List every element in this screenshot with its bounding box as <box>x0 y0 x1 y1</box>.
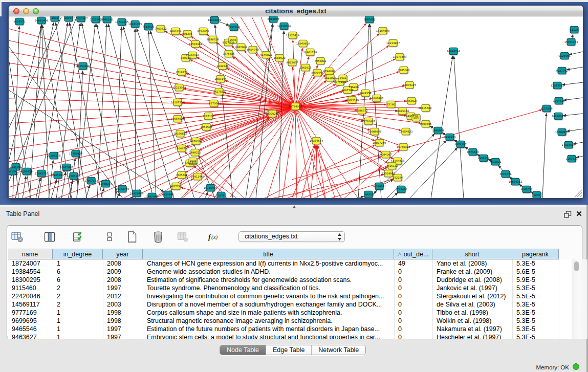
graph-edge <box>562 82 583 85</box>
tab-node-table[interactable]: Node Table <box>220 345 266 355</box>
table-row[interactable]: 1872400712008Changes of HCN gene express… <box>8 259 574 268</box>
graph-node-label: 891295 <box>182 32 192 35</box>
graph-node-label: 19654925 <box>171 117 184 120</box>
graph-node-label: 10807487 <box>370 97 383 100</box>
graph-node-label: 1145194 <box>52 173 64 177</box>
graph-node-label: 6794028 <box>323 70 335 73</box>
graph-edge <box>567 67 583 70</box>
column-header-short[interactable]: short <box>432 249 512 259</box>
graph-edge <box>293 40 295 106</box>
cell-year: 1998 <box>103 309 143 317</box>
cell-pagerank: 5.3E-5 <box>512 300 559 309</box>
column-header-pagerank[interactable]: pagerank <box>512 249 559 259</box>
graph-node-label: 9474444 <box>467 150 479 154</box>
tab-network-table[interactable]: Network Table <box>312 345 365 355</box>
cell-name: 9465546 <box>8 325 53 333</box>
cell-short: Tibbo et al. (1998) <box>432 309 512 317</box>
network-view-window[interactable]: citations_edges.txt 94055712069140619931… <box>8 5 583 199</box>
graph-node-label: 15692971 <box>555 130 569 134</box>
vertical-scrollbar[interactable] <box>572 259 587 339</box>
graph-node-label: 1167533 <box>565 157 577 160</box>
vertical-scrollbar-thumb[interactable] <box>574 261 579 271</box>
table-panel: ▲ Table Panel ✕ f(x) citations_edges.txt… <box>0 205 588 372</box>
graph-edge <box>409 148 458 198</box>
table-body: 1872400712008Changes of HCN gene express… <box>8 259 574 339</box>
graph-node-label: 1362615 <box>299 66 311 69</box>
table-row[interactable]: 969969511998Structural magnetic resonanc… <box>8 317 574 325</box>
graph-node-label: 9084067 <box>380 153 391 156</box>
graph-node-label: 10653267 <box>74 17 88 20</box>
graph-node-label: 8460160 <box>101 18 113 21</box>
collapse-handle-icon[interactable]: ▲ <box>291 205 297 208</box>
tab-edge-table[interactable]: Edge Table <box>266 345 312 355</box>
graph-edge <box>563 114 583 116</box>
cell-in_degree: 6 <box>53 268 103 276</box>
cell-in_degree: 2 <box>53 300 103 309</box>
show-columns-icon[interactable] <box>43 230 56 244</box>
graph-node-label: 12213369 <box>172 86 186 89</box>
table-row[interactable]: 946554611997Estimation of the future num… <box>8 325 574 333</box>
network-window-title: citations_edges.txt <box>9 7 583 15</box>
graph-node-label: 10719155 <box>115 20 128 24</box>
column-header-title[interactable]: title <box>143 249 394 259</box>
graph-edge <box>9 90 164 192</box>
cell-pagerank: 5.6E-5 <box>512 268 559 276</box>
cell-title: Changes of HCN gene expression and I(f) … <box>143 259 394 268</box>
graph-edge <box>231 17 295 106</box>
graph-node-label: 6379197 <box>454 143 466 146</box>
row-height-icon[interactable] <box>103 230 116 244</box>
network-window-titlebar[interactable]: citations_edges.txt <box>9 6 583 16</box>
table-row[interactable]: 1938455462009Genome-wide association stu… <box>8 268 574 276</box>
graph-node-label: 10688609 <box>368 130 381 133</box>
graph-node-label: 18807249 <box>373 141 386 144</box>
graph-edge <box>454 56 464 198</box>
column-header-name[interactable]: name <box>8 249 53 259</box>
graph-edge <box>180 106 295 184</box>
new-column-icon[interactable] <box>125 230 139 244</box>
table-row[interactable]: 911546021997Tourette syndrome. Phenomeno… <box>8 284 574 292</box>
graph-edge <box>295 48 302 106</box>
delete-column-icon[interactable] <box>151 230 165 244</box>
cell-name: 22420046 <box>8 292 53 300</box>
graph-node-label: 6497568 <box>341 89 353 92</box>
cell-title: Structural magnetic resonance image aver… <box>143 317 394 325</box>
table-select[interactable]: citations_edges.txt <box>238 231 345 242</box>
graph-node-label: 9245052 <box>520 188 532 191</box>
table-row[interactable]: 1830029562008Estimation of significance … <box>8 276 574 284</box>
select-mode-icon[interactable] <box>72 230 85 244</box>
graph-node-label: 7986372 <box>356 109 367 112</box>
graph-node-label: 16543362 <box>189 42 202 46</box>
graph-node-label: 15716485 <box>204 186 217 189</box>
table-row[interactable]: 1456911722003Disruption of a novel membe… <box>8 300 574 309</box>
sort-ascending-icon <box>398 252 402 256</box>
table-row[interactable]: 946362711997Embryonic stem cells: a mode… <box>8 333 574 339</box>
graph-node-label: 1588520 <box>273 56 285 59</box>
graph-node-label: 93154 <box>9 170 17 173</box>
graph-node-label: 16154808 <box>376 29 389 32</box>
graph-node-label: 7632621 <box>489 160 501 163</box>
memory-status-label: Memory: OK <box>536 364 569 370</box>
graph-node-label: 8226058 <box>197 30 209 33</box>
table-settings-icon[interactable] <box>11 230 24 244</box>
cell-in_degree: 1 <box>53 333 103 339</box>
function-builder-icon[interactable]: f(x) <box>208 230 221 244</box>
cell-short: Yano et al. (2008) <box>432 259 512 268</box>
graph-node-label: 19654923 <box>399 130 412 133</box>
graph-node-label: 16120746 <box>391 160 404 163</box>
svg-text:(x): (x) <box>211 234 218 240</box>
resize-grip-icon[interactable] <box>574 189 582 198</box>
table-row[interactable]: 2242004622012Investigating the contribut… <box>8 292 574 300</box>
column-header-out_de[interactable]: out_de... <box>394 249 432 259</box>
close-icon[interactable]: ✕ <box>575 210 583 218</box>
network-canvas[interactable]: 9405571206914061993199371065326715276028… <box>9 16 583 198</box>
graph-node-label: 7515526 <box>142 25 154 28</box>
float-window-icon[interactable] <box>564 211 572 218</box>
cell-in_degree: 2 <box>53 284 103 292</box>
cell-year: 2008 <box>103 259 143 268</box>
column-header-year[interactable]: year <box>103 249 143 259</box>
graph-node-label: 9227342 <box>556 69 568 72</box>
cell-title: Estimation of the future numbers of pati… <box>143 325 394 333</box>
table-row[interactable]: 977716911998Corpus callosum shape and si… <box>8 309 574 317</box>
column-header-in_degree[interactable]: in_degree <box>53 249 103 259</box>
graph-node-label: 2867608 <box>235 46 247 49</box>
